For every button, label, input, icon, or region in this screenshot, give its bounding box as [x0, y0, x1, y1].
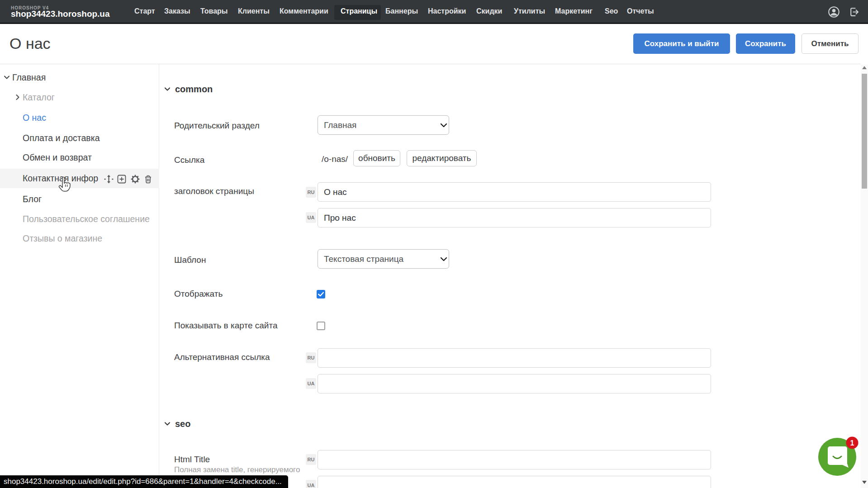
svg-text:1: 1	[850, 439, 854, 447]
